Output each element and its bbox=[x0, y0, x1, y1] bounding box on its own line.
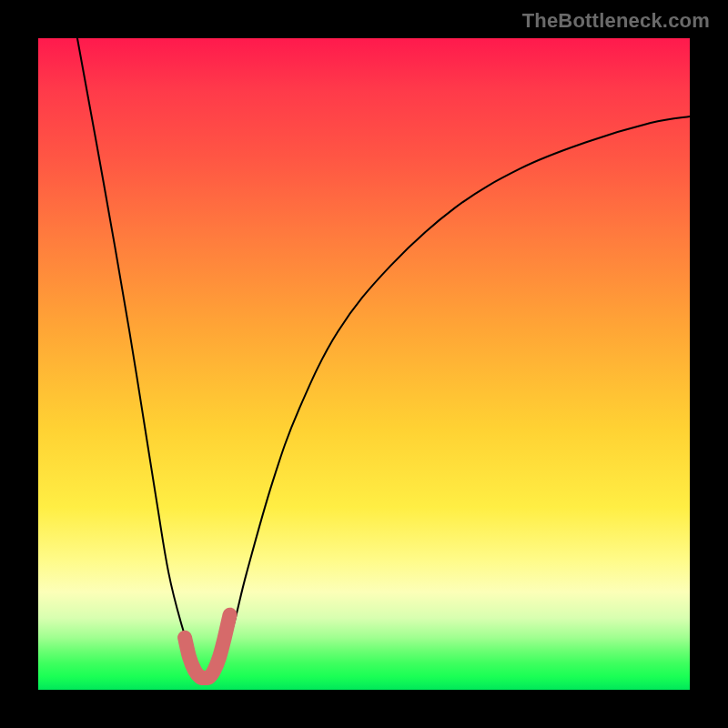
watermark-text: TheBottleneck.com bbox=[522, 9, 710, 33]
chart-svg bbox=[38, 38, 690, 690]
bottleneck-curve bbox=[77, 38, 690, 680]
fit-marker bbox=[185, 615, 229, 678]
